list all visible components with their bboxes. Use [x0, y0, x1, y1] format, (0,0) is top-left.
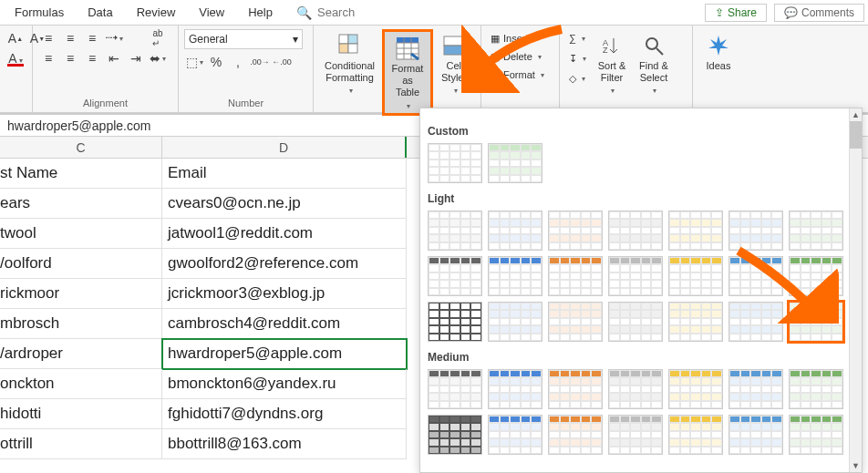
table-style-option[interactable] — [488, 211, 542, 251]
share-button[interactable]: ⇪ Share — [705, 4, 767, 22]
autosum-button[interactable]: ∑ — [565, 29, 590, 47]
table-style-option[interactable] — [789, 369, 843, 409]
table-style-option[interactable] — [488, 302, 542, 342]
indent-dec-icon[interactable]: ⇤ — [104, 49, 124, 67]
ideas-button[interactable]: Ideas — [698, 29, 739, 74]
cell-c[interactable]: /oolford — [0, 249, 162, 279]
table-style-option[interactable] — [728, 415, 783, 455]
cell-c[interactable]: onckton — [0, 369, 162, 399]
scroll-up-icon[interactable]: ▲ — [850, 108, 862, 121]
table-style-option[interactable] — [608, 256, 663, 296]
align-right-icon[interactable]: ≡ — [82, 49, 102, 67]
cell-d[interactable]: fghidotti7@dyndns.org — [162, 399, 407, 429]
table-style-option[interactable] — [728, 211, 783, 251]
search-input[interactable] — [314, 4, 474, 21]
table-style-option[interactable] — [668, 211, 723, 251]
table-style-option[interactable] — [428, 369, 482, 409]
cell-d[interactable]: Email — [162, 159, 407, 189]
table-style-option[interactable] — [668, 415, 723, 455]
menu-review[interactable]: Review — [126, 2, 187, 23]
table-style-option[interactable] — [548, 369, 603, 409]
indent-inc-icon[interactable]: ⇥ — [126, 49, 146, 67]
table-style-option[interactable] — [488, 256, 542, 296]
table-style-option[interactable] — [548, 256, 603, 296]
delete-button[interactable]: ▦Delete — [487, 47, 545, 66]
table-style-option[interactable] — [488, 369, 542, 409]
cell-d[interactable]: hwardroper5@apple.com — [162, 339, 407, 369]
format-as-table-button[interactable]: Format as Table — [382, 29, 433, 116]
table-style-option[interactable] — [488, 415, 542, 455]
formula-bar-value[interactable]: hwardroper5@apple.com — [7, 118, 150, 133]
font-color-icon[interactable]: A — [5, 49, 26, 67]
table-style-option[interactable] — [548, 415, 603, 455]
percent-icon[interactable]: % — [206, 53, 226, 71]
cell-d[interactable]: bbottrill8@163.com — [162, 429, 407, 459]
align-top-icon[interactable]: ≡ — [38, 29, 58, 47]
gallery-scrollbar[interactable]: ▲ ▼ — [849, 108, 862, 472]
table-style-option[interactable] — [428, 256, 482, 296]
insert-button[interactable]: ▦Insert — [487, 29, 542, 47]
table-style-option[interactable] — [608, 302, 663, 342]
table-style-option[interactable] — [728, 302, 783, 342]
table-style-option[interactable] — [428, 415, 482, 455]
decimal-dec-icon[interactable]: ←.00 — [272, 53, 292, 71]
table-style-option[interactable] — [428, 302, 482, 342]
number-format-select[interactable]: General▾ — [184, 29, 303, 49]
format-button[interactable]: ▦Format — [487, 66, 548, 84]
table-style-option[interactable] — [428, 211, 482, 251]
cell-c[interactable]: rickmoor — [0, 279, 162, 309]
cell-c[interactable]: /ardroper — [0, 339, 162, 369]
cell-c[interactable]: mbrosch — [0, 309, 162, 339]
cell-d[interactable]: cvears0@ocn.ne.jp — [162, 189, 407, 219]
cell-c[interactable]: ottrill — [0, 429, 162, 459]
conditional-formatting-button[interactable]: Conditional Formatting — [319, 29, 380, 98]
sort-filter-button[interactable]: AZ Sort & Filter — [592, 29, 632, 98]
cell-d[interactable]: bmonckton6@yandex.ru — [162, 369, 407, 399]
cell-c[interactable]: twool — [0, 219, 162, 249]
cell-c[interactable]: ears — [0, 189, 162, 219]
orientation-icon[interactable]: ⭬ — [104, 29, 124, 47]
align-bottom-icon[interactable]: ≡ — [82, 29, 102, 47]
find-select-button[interactable]: Find & Select — [634, 29, 674, 98]
clear-button[interactable]: ◇ — [565, 69, 590, 87]
table-style-option[interactable] — [789, 302, 843, 342]
table-style-option[interactable] — [488, 143, 542, 183]
cell-d[interactable]: gwoolford2@reference.com — [162, 249, 407, 279]
scroll-thumb[interactable] — [850, 121, 862, 149]
table-style-option[interactable] — [668, 302, 723, 342]
fill-button[interactable]: ↧ — [565, 49, 590, 67]
table-style-option[interactable] — [608, 415, 663, 455]
table-style-option[interactable] — [608, 369, 663, 409]
cell-d[interactable]: jcrickmoor3@exblog.jp — [162, 279, 407, 309]
wrap-text-icon[interactable]: ab↵ — [148, 29, 168, 47]
col-header-c[interactable]: C — [0, 137, 162, 158]
font-size-inc-icon[interactable]: A▲ — [5, 29, 26, 47]
currency-icon[interactable]: ⬚ — [184, 53, 204, 71]
comments-button[interactable]: 💬 Comments — [774, 4, 864, 22]
table-style-option[interactable] — [789, 256, 843, 296]
menu-data[interactable]: Data — [77, 2, 123, 23]
table-style-option[interactable] — [789, 211, 843, 251]
menu-view[interactable]: View — [188, 2, 235, 23]
table-style-option[interactable] — [548, 211, 603, 251]
table-style-option[interactable] — [789, 415, 843, 455]
merge-icon[interactable]: ⬌ — [148, 49, 168, 67]
cell-c[interactable]: hidotti — [0, 399, 162, 429]
table-style-option[interactable] — [668, 369, 723, 409]
table-style-option[interactable] — [668, 256, 723, 296]
menu-formulas[interactable]: Formulas — [4, 2, 75, 23]
align-middle-icon[interactable]: ≡ — [60, 29, 80, 47]
table-style-option[interactable] — [548, 302, 603, 342]
cell-c[interactable]: st Name — [0, 159, 162, 189]
cell-styles-button[interactable]: Cell Styles — [435, 29, 475, 98]
col-header-d[interactable]: D — [162, 137, 407, 158]
cell-d[interactable]: jatwool1@reddit.com — [162, 219, 407, 249]
decimal-inc-icon[interactable]: .00→ — [250, 53, 270, 71]
align-left-icon[interactable]: ≡ — [38, 49, 58, 67]
table-style-option[interactable] — [608, 211, 663, 251]
menu-help[interactable]: Help — [237, 2, 284, 23]
comma-icon[interactable]: , — [228, 53, 248, 71]
table-style-option[interactable] — [728, 369, 783, 409]
table-style-option[interactable] — [428, 143, 482, 183]
table-style-option[interactable] — [728, 256, 783, 296]
